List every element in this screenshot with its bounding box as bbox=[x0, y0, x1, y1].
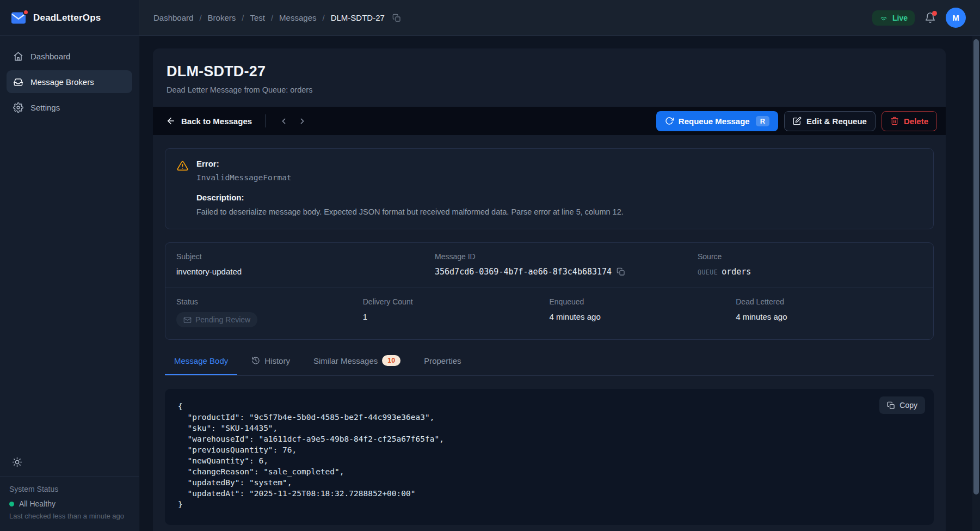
brand-name: DeadLetterOps bbox=[33, 13, 101, 23]
topbar: Dashboard / Brokers / Test / Messages / … bbox=[139, 0, 980, 36]
error-panel: Error: InvalidMessageFormat Description:… bbox=[165, 148, 934, 229]
arrow-left-icon bbox=[166, 116, 176, 126]
field-label: Message ID bbox=[435, 252, 698, 261]
card-header: DLM-SDTD-27 Dead Letter Message from Que… bbox=[153, 48, 946, 107]
requeue-message-button[interactable]: Requeue Message R bbox=[656, 111, 778, 131]
next-message-button[interactable] bbox=[293, 112, 311, 130]
sidebar-item-dashboard[interactable]: Dashboard bbox=[7, 45, 132, 68]
previous-message-button[interactable] bbox=[274, 112, 293, 130]
field-subject: Subject inventory-updated bbox=[176, 252, 435, 277]
delete-label: Delete bbox=[904, 117, 928, 126]
edit-and-requeue-button[interactable]: Edit & Requeue bbox=[784, 111, 876, 131]
edit-label: Edit & Requeue bbox=[806, 117, 867, 126]
copy-message-id-icon[interactable] bbox=[617, 267, 625, 276]
action-bar-right: Requeue Message R Edit & Requeue bbox=[656, 111, 937, 131]
wifi-icon bbox=[879, 14, 888, 22]
copy-breadcrumb-icon[interactable] bbox=[392, 14, 401, 22]
tab-history[interactable]: History bbox=[242, 355, 299, 375]
edit-icon bbox=[793, 117, 802, 125]
field-label: Subject bbox=[176, 252, 435, 261]
breadcrumb-test[interactable]: Test bbox=[250, 13, 265, 22]
field-dead-lettered: Dead Lettered 4 minutes ago bbox=[736, 297, 922, 327]
description-text: Failed to deserialize message body. Expe… bbox=[196, 207, 624, 216]
similar-messages-count-badge: 10 bbox=[382, 355, 400, 366]
sidebar-item-settings[interactable]: Settings bbox=[7, 96, 132, 119]
tab-message-body[interactable]: Message Body bbox=[165, 355, 237, 375]
sidebar-item-message-brokers[interactable]: Message Brokers bbox=[7, 70, 132, 93]
health-row: All Healthy bbox=[9, 499, 130, 508]
field-value: 1 bbox=[363, 312, 550, 321]
source-value: orders bbox=[722, 267, 751, 277]
field-label: Delivery Count bbox=[363, 297, 550, 306]
field-label: Status bbox=[176, 297, 363, 306]
tab-bar: Message Body History Similar Messages 10… bbox=[165, 355, 934, 376]
copy-body-button[interactable]: Copy bbox=[879, 396, 925, 414]
refresh-icon bbox=[665, 117, 674, 125]
action-bar-left: Back to Messages bbox=[162, 112, 311, 130]
requeue-label: Requeue Message bbox=[679, 117, 750, 126]
live-status-badge: Live bbox=[872, 10, 915, 26]
chevron-left-icon bbox=[279, 117, 288, 126]
system-status-title: System Status bbox=[9, 485, 130, 493]
sun-icon bbox=[12, 457, 22, 467]
breadcrumb-brokers[interactable]: Brokers bbox=[208, 13, 236, 22]
tab-label: Message Body bbox=[174, 356, 228, 365]
sidebar-footer: System Status All Healthy Last checked l… bbox=[0, 450, 139, 531]
live-label: Live bbox=[892, 14, 908, 22]
page-subtitle: Dead Letter Message from Queue: orders bbox=[167, 86, 932, 94]
field-source: Source QUEUEorders bbox=[698, 252, 922, 277]
copy-label: Copy bbox=[899, 401, 917, 410]
back-to-messages-button[interactable]: Back to Messages bbox=[162, 113, 256, 129]
warning-triangle-icon bbox=[177, 160, 188, 216]
error-type: InvalidMessageFormat bbox=[196, 173, 624, 182]
sidebar-item-label: Settings bbox=[30, 103, 60, 112]
notifications-button[interactable] bbox=[924, 12, 936, 23]
message-body-panel: Copy { "productId": "9c5f7b4e-5b0d-4585-… bbox=[165, 389, 934, 525]
message-body-json: { "productId": "9c5f7b4e-5b0d-4585-be2f-… bbox=[178, 401, 921, 510]
error-label: Error: bbox=[196, 159, 624, 168]
field-message-id: Message ID 356d7cd6-0369-4b7f-ae66-8f3c4… bbox=[435, 252, 698, 277]
app-window: DeadLetterOps Dashboard Message Brokers … bbox=[0, 0, 980, 531]
scrollbar-track bbox=[972, 36, 980, 531]
copy-icon bbox=[887, 401, 895, 410]
field-status: Status Pending Review bbox=[176, 297, 363, 327]
status-badge: Pending Review bbox=[176, 312, 257, 327]
field-value: 356d7cd6-0369-4b7f-ae66-8f3c4b683174 bbox=[435, 267, 698, 277]
metadata-panel: Subject inventory-updated Message ID 356… bbox=[165, 242, 934, 340]
tab-label: History bbox=[264, 356, 290, 365]
last-checked-text: Last checked less than a minute ago bbox=[9, 512, 130, 520]
tab-properties[interactable]: Properties bbox=[415, 355, 470, 375]
topbar-right: Live M bbox=[872, 8, 966, 28]
main-area: DLM-SDTD-27 Dead Letter Message from Que… bbox=[139, 36, 980, 531]
breadcrumb-messages[interactable]: Messages bbox=[279, 13, 316, 22]
metadata-row-1: Subject inventory-updated Message ID 356… bbox=[165, 243, 933, 288]
mail-logo-icon bbox=[11, 11, 26, 25]
message-id-value: 356d7cd6-0369-4b7f-ae66-8f3c4b683174 bbox=[435, 267, 612, 277]
tab-label: Similar Messages bbox=[313, 356, 378, 365]
field-value: 4 minutes ago bbox=[550, 312, 736, 321]
avatar[interactable]: M bbox=[946, 8, 966, 28]
brand: DeadLetterOps bbox=[0, 0, 139, 36]
theme-toggle-button[interactable] bbox=[0, 450, 34, 476]
breadcrumb: Dashboard / Brokers / Test / Messages / … bbox=[153, 13, 401, 22]
inbox-icon bbox=[13, 77, 23, 87]
tab-similar-messages[interactable]: Similar Messages 10 bbox=[304, 355, 410, 375]
status-badge-label: Pending Review bbox=[195, 315, 250, 324]
unread-dot bbox=[932, 11, 937, 16]
notification-dot bbox=[23, 9, 29, 15]
field-value: 4 minutes ago bbox=[736, 312, 922, 321]
action-bar: Back to Messages bbox=[153, 107, 946, 135]
error-panel-content: Error: InvalidMessageFormat Description:… bbox=[196, 159, 624, 216]
breadcrumb-separator: / bbox=[322, 13, 324, 22]
scrollbar-thumb[interactable] bbox=[973, 39, 979, 495]
metadata-row-2: Status Pending Review Delivery Count 1 bbox=[165, 288, 933, 339]
source-type: QUEUE bbox=[698, 268, 718, 276]
content-column: Dashboard / Brokers / Test / Messages / … bbox=[139, 0, 980, 531]
page-title: DLM-SDTD-27 bbox=[167, 63, 932, 80]
envelope-icon bbox=[183, 316, 192, 324]
keyboard-shortcut-badge: R bbox=[756, 116, 769, 126]
breadcrumb-dashboard[interactable]: Dashboard bbox=[153, 13, 193, 22]
breadcrumb-separator: / bbox=[242, 13, 244, 22]
delete-button[interactable]: Delete bbox=[882, 111, 937, 131]
description-label: Description: bbox=[196, 193, 624, 202]
